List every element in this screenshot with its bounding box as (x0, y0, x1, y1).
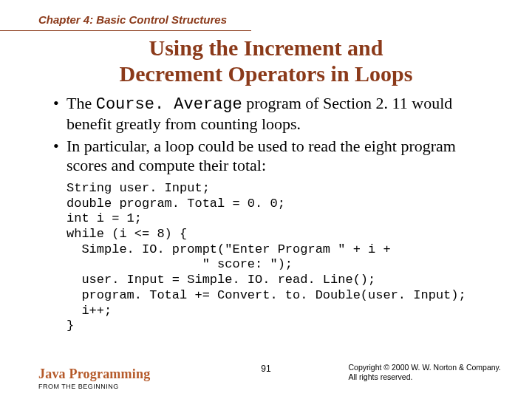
footer-brand-block: Java Programming FROM THE BEGINNING (38, 366, 150, 390)
copyright-line-2: All rights reserved. (348, 372, 501, 383)
bullet-item-1: The Course. Average program of Section 2… (53, 94, 494, 134)
bullet1-code: Course. Average (96, 95, 242, 114)
bullet1-pre: The (66, 94, 96, 112)
brand-subtitle: FROM THE BEGINNING (38, 383, 150, 390)
brand-title: Java Programming (38, 366, 150, 382)
title-line-2: Decrement Operators in Loops (120, 61, 413, 86)
copyright-line-1: Copyright © 2000 W. W. Norton & Company. (348, 363, 501, 373)
bullet-item-2: In particular, a loop could be used to r… (53, 137, 494, 175)
code-block: String user. Input; double program. Tota… (66, 181, 532, 334)
bullet-list: The Course. Average program of Section 2… (53, 94, 494, 175)
slide-footer: Java Programming FROM THE BEGINNING 91 C… (0, 355, 532, 390)
chapter-header: Chapter 4: Basic Control Structures (0, 13, 251, 31)
slide-title: Using the Increment and Decrement Operat… (30, 35, 502, 86)
title-line-1: Using the Increment and (149, 35, 383, 60)
page-number: 91 (261, 364, 270, 374)
copyright-block: Copyright © 2000 W. W. Norton & Company.… (348, 363, 501, 383)
